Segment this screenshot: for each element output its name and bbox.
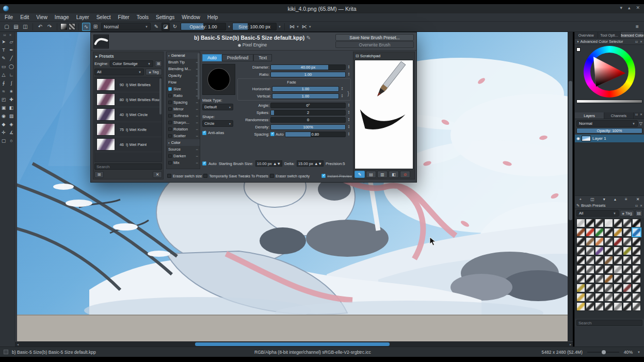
dock-float-icon[interactable]: ⊟ <box>635 204 638 207</box>
brush-preset-thumb[interactable] <box>604 237 613 246</box>
brush-preset-thumb[interactable] <box>614 274 622 283</box>
brush-preset-row[interactable]: 80 i) Wet Bristles Rough <box>95 92 162 107</box>
brush-preset-thumb[interactable] <box>604 293 613 302</box>
dock-tab[interactable]: Advanced Color... <box>621 32 644 38</box>
brush-preset-thumb[interactable] <box>576 256 585 265</box>
horizontal-scrollbar-thumb[interactable] <box>195 342 390 346</box>
brush-preset-thumb[interactable] <box>632 265 641 274</box>
scratchpad-fill-color-button[interactable]: ◧ <box>389 171 399 178</box>
layer-opacity-slider[interactable]: Opacity: 100% <box>576 128 642 134</box>
brush-presets-header[interactable]: ✎ Brush Presets ⊟✕ <box>575 203 644 209</box>
brush-tip-tab[interactable]: Predefined <box>222 54 254 61</box>
brush-preset-thumb[interactable] <box>614 302 622 311</box>
brush-preset-thumb[interactable] <box>595 256 604 265</box>
brush-option-row[interactable]: ▾ Scatter ▪▪ <box>167 133 200 139</box>
brush-preset-thumb[interactable] <box>586 228 594 237</box>
layer-filter-icon[interactable]: ▽ <box>639 121 642 126</box>
menu-item[interactable]: File <box>1 14 17 20</box>
option-checkbox[interactable] <box>168 101 172 104</box>
menu-item[interactable]: View <box>33 14 51 20</box>
bezier-curve-tool[interactable]: ∮ <box>0 79 8 87</box>
dynamic-brush-tool[interactable]: ≈ <box>0 88 8 95</box>
brush-preset-thumb[interactable] <box>604 302 613 311</box>
option-lock-icon[interactable]: ▪▪ <box>196 108 198 111</box>
stepper[interactable]: ▲▼ <box>347 103 351 107</box>
brush-preset-row[interactable]: 40 i) Wet Circle <box>95 107 162 122</box>
zoom-slider-handle[interactable] <box>602 350 606 354</box>
vertical-scrollbar-thumb[interactable] <box>569 81 572 220</box>
horizontal-scrollbar[interactable]: ◂ ▸ <box>15 342 573 347</box>
eraser-mode-icon[interactable]: ◪ <box>162 23 170 31</box>
brush-preset-thumb[interactable] <box>604 228 613 237</box>
brush-preset-thumb[interactable] <box>632 302 641 311</box>
toolbar-overflow-icon[interactable]: ≡ <box>633 23 641 31</box>
brush-preset-thumb[interactable] <box>632 219 641 227</box>
brush-preset-thumb[interactable] <box>576 284 585 292</box>
brush-preset-row[interactable]: 75 i) Wet Knife <box>95 122 162 137</box>
fade-horizontal-slider[interactable]: 1.00 <box>272 86 339 92</box>
preset-view-mode-icon[interactable]: ▤ <box>635 210 642 217</box>
brush-preset-thumb[interactable] <box>632 228 641 237</box>
option-lock-icon[interactable]: ▪▪ <box>196 148 198 151</box>
save-new-preset-button[interactable]: Save New Brush Preset... <box>335 34 414 41</box>
save-document-icon[interactable]: ◫ <box>21 23 29 31</box>
brush-preset-thumb[interactable] <box>586 293 594 302</box>
brush-option-row[interactable]: ▾ Mix ▪▪ <box>167 159 200 166</box>
option-checkbox[interactable] <box>168 87 172 91</box>
value-gradient-strip[interactable] <box>576 100 642 103</box>
stepper[interactable]: ▲▼ <box>347 110 351 114</box>
layer-blending-mode-select[interactable]: Normal▼ <box>576 120 638 127</box>
new-document-icon[interactable]: ▢ <box>3 23 11 31</box>
brush-preset-thumb[interactable] <box>595 302 604 311</box>
rename-preset-icon[interactable]: ✎ <box>306 35 311 41</box>
option-lock-icon[interactable]: ▪▪ <box>196 121 198 124</box>
brush-preset-thumb[interactable] <box>576 265 585 274</box>
option-checkbox[interactable] <box>168 107 172 111</box>
brush-option-row[interactable]: ▾ Blending M... ▪▪ <box>167 65 200 72</box>
menu-item[interactable]: Settings <box>152 14 178 20</box>
menu-item[interactable]: Select <box>93 14 115 20</box>
brush-preset-thumb[interactable] <box>604 274 613 283</box>
brush-preset-thumb[interactable] <box>576 302 585 311</box>
brush-tip-tab[interactable]: Text <box>253 54 272 61</box>
gradient-swatch[interactable] <box>60 23 67 30</box>
stepper[interactable]: ▲▼ <box>347 125 351 129</box>
parameter-slider[interactable]: 40.00 px <box>270 64 346 70</box>
menu-item[interactable]: Image <box>51 14 73 20</box>
parameter-slider[interactable]: 0 <box>270 117 346 123</box>
brush-preset-thumb[interactable] <box>586 274 594 283</box>
assistants-tool[interactable]: ✛ <box>0 129 8 136</box>
add-layer-button[interactable]: + <box>579 197 582 202</box>
brush-option-row[interactable]: ▾ Size ▪▪ <box>167 86 200 92</box>
brush-preset-thumb[interactable] <box>595 274 604 283</box>
dock-close-icon[interactable]: ✕ <box>640 204 642 207</box>
dock-float-icon[interactable]: ⊟ <box>635 112 638 119</box>
stepper[interactable]: ▲▼ <box>347 65 351 69</box>
brush-preset-thumb[interactable] <box>623 219 632 227</box>
brush-option-row[interactable]: ▾ Brush Tip ▪▪ <box>167 59 200 65</box>
brush-preset-thumb[interactable] <box>614 265 622 274</box>
brush-preset-row[interactable]: 46 i) Wet Paint <box>95 137 162 152</box>
menu-item[interactable]: Help <box>204 14 222 20</box>
move-layer-down-button[interactable]: ▾ <box>603 197 605 202</box>
option-lock-icon[interactable]: ▪▪ <box>196 101 198 104</box>
overwrite-brush-button[interactable]: Overwrite Brush <box>335 41 414 48</box>
brush-option-row[interactable]: ▾ Opacity ▪▪ <box>167 72 200 79</box>
move-tool[interactable]: ✚ <box>8 96 15 103</box>
menu-item[interactable]: Layer <box>73 14 93 20</box>
edit-brush-settings-icon[interactable]: ✎ <box>152 23 160 31</box>
polygon-tool[interactable]: △ <box>0 71 8 78</box>
scroll-right-icon[interactable]: ▸ <box>568 342 573 346</box>
pattern-tool[interactable]: ▨ <box>8 112 15 120</box>
brush-option-row[interactable]: ▾ Mirror ▪▪ <box>167 106 200 112</box>
option-checkbox[interactable] <box>168 134 172 138</box>
brush-preset-thumb[interactable] <box>576 293 585 302</box>
dock-close-icon[interactable]: ✕ <box>9 33 12 37</box>
brush-preset-thumb[interactable] <box>586 284 594 292</box>
brush-preset-thumb[interactable] <box>595 265 604 274</box>
option-checkbox[interactable] <box>168 94 172 97</box>
advanced-color-selector-header[interactable]: ◑ Advanced Color Selector ⊟✕ <box>575 39 644 45</box>
maximize-button[interactable]: ▴ <box>628 5 631 10</box>
zoom-level[interactable]: 40% <box>624 350 633 355</box>
tag-button[interactable]: ◈ Tag <box>620 210 634 217</box>
